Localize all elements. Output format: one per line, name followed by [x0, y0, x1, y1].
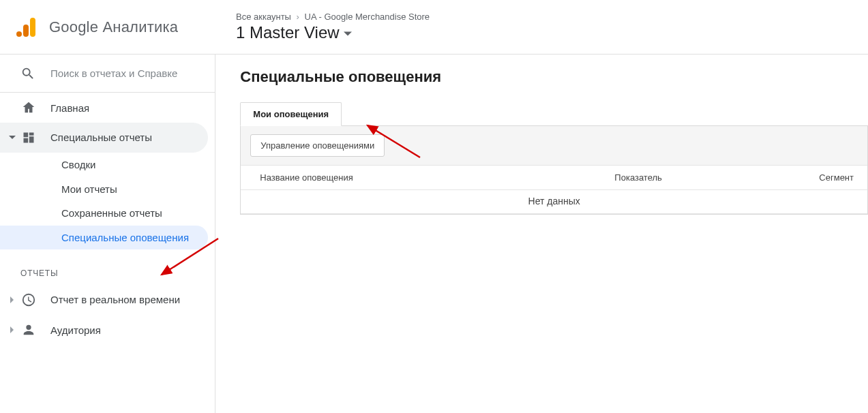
dashboard-icon — [20, 129, 37, 146]
col-alert-name: Название оповещения — [260, 172, 614, 183]
account-switcher[interactable]: Все аккаунты › UA - Google Merchandise S… — [220, 12, 430, 42]
sidebar-search[interactable]: Поиск в отчетах и Справке — [0, 55, 215, 93]
chevron-right-icon — [5, 296, 19, 303]
caret-down-icon — [344, 23, 352, 42]
subnav-my-reports[interactable]: Мои отчеты — [0, 177, 215, 202]
svg-rect-0 — [30, 18, 35, 37]
main-content: Специальные оповещения Мои оповещения Уп… — [215, 55, 868, 413]
tab-my-alerts[interactable]: Мои оповещения — [240, 102, 342, 126]
view-selector[interactable]: 1 Master View — [236, 23, 430, 42]
person-icon — [20, 322, 37, 338]
svg-rect-1 — [23, 25, 29, 37]
svg-point-2 — [16, 31, 22, 37]
subnav-saved-reports[interactable]: Сохраненные отчеты — [0, 201, 215, 226]
nav-customization[interactable]: Специальные отчеты — [0, 123, 208, 153]
alerts-panel: Управление оповещениями Название оповеще… — [240, 126, 868, 215]
view-name: 1 Master View — [236, 23, 340, 42]
tabstrip: Мои оповещения — [240, 102, 868, 126]
caret-down-icon — [5, 134, 19, 141]
alerts-columns: Название оповещения Показатель Сегмент — [241, 166, 867, 190]
col-metric: Показатель — [614, 172, 819, 183]
section-reports: ОТЧЕТЫ — [0, 249, 215, 285]
nav-customization-label: Специальные отчеты — [50, 132, 152, 144]
chevron-right-icon: › — [294, 12, 302, 22]
nav-audience[interactable]: Аудитория — [0, 315, 215, 345]
search-placeholder: Поиск в отчетах и Справке — [50, 67, 177, 79]
breadcrumb-root: Все аккаунты — [236, 12, 291, 22]
nav-audience-label: Аудитория — [50, 324, 101, 336]
product-name: Google Аналитика — [49, 18, 178, 36]
search-icon — [20, 66, 35, 81]
nav-home[interactable]: Главная — [0, 93, 215, 123]
page-title: Специальные оповещения — [240, 68, 868, 86]
chevron-right-icon — [5, 326, 19, 333]
alerts-empty: Нет данных — [241, 190, 867, 214]
nav-realtime[interactable]: Отчет в реальном времени — [0, 285, 215, 315]
subnav-dashboards[interactable]: Сводки — [0, 153, 215, 177]
nav-realtime-label: Отчет в реальном времени — [50, 294, 180, 307]
app-header: Google Аналитика Все аккаунты › UA - Goo… — [0, 0, 868, 55]
breadcrumb-account: UA - Google Merchandise Store — [305, 12, 430, 22]
home-icon — [20, 100, 37, 116]
analytics-logo-icon — [15, 16, 37, 38]
brand: Google Аналитика — [15, 16, 220, 38]
manage-alerts-button[interactable]: Управление оповещениями — [250, 134, 385, 157]
sidebar: Поиск в отчетах и Справке Главная Специа… — [0, 55, 215, 413]
panel-toolbar: Управление оповещениями — [241, 126, 867, 166]
account-breadcrumbs: Все аккаунты › UA - Google Merchandise S… — [236, 12, 430, 22]
subnav-custom-alerts[interactable]: Специальные оповещения — [0, 226, 208, 250]
clock-icon — [20, 292, 37, 308]
col-segment: Сегмент — [819, 172, 867, 183]
nav-home-label: Главная — [50, 102, 89, 114]
